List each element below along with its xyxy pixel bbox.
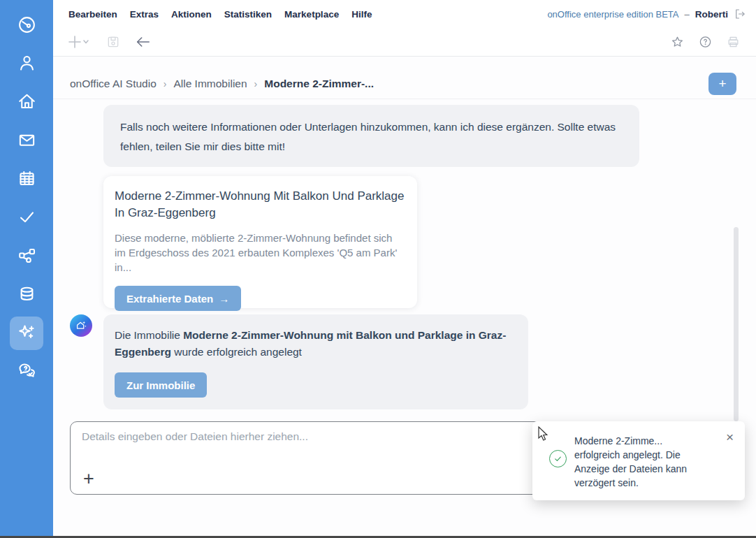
toast-message: Moderne 2-Zimme... erfolgreich angelegt.… (574, 434, 721, 490)
success-check-icon (549, 450, 567, 467)
chevron-down-icon (84, 41, 88, 43)
star-icon (671, 36, 684, 49)
save-floppy-icon (106, 35, 120, 49)
sidebar-item-properties[interactable] (10, 86, 43, 119)
sidebar-item-email[interactable] (10, 124, 43, 158)
breadcrumb-current: Moderne 2-Zimmer-... (264, 78, 374, 90)
help-button[interactable] (699, 36, 712, 49)
menu-marketplace[interactable]: Marketplace (284, 9, 339, 20)
assistant-message-text: Die Immobilie Moderne 2-Zimmer-Wohnung m… (115, 327, 517, 361)
arrow-right-icon: → (219, 293, 229, 305)
sidebar-item-tasks[interactable] (10, 201, 43, 235)
breadcrumb: onOffice AI Studio › Alle Immobilien › M… (70, 70, 374, 98)
gauge-logo-icon (17, 15, 37, 38)
plus-icon (68, 34, 91, 50)
ai-house-sparkle-icon (74, 319, 88, 333)
contacts-icon (17, 53, 37, 76)
message-suffix: wurde erfolgreich angelegt (171, 346, 302, 358)
edition-label: onOffice enterprise edition BETA (547, 9, 678, 20)
breadcrumb-alle-immobilien[interactable]: Alle Immobilien (173, 78, 247, 90)
database-icon (17, 284, 37, 307)
sidebar-item-process[interactable] (10, 240, 43, 273)
property-card-title: Moderne 2-Zimmer-Wohnung Mit Balkon Und … (115, 188, 406, 221)
sidebar-item-ai-studio[interactable] (10, 317, 43, 350)
message-prefix: Die Immobilie (115, 329, 183, 341)
new-record-button[interactable] (68, 34, 91, 50)
print-button[interactable] (727, 36, 740, 49)
menu-statistiken[interactable]: Statistiken (224, 9, 272, 20)
toolbar (53, 28, 756, 57)
sidebar-item-support[interactable] (10, 355, 43, 388)
sidebar-item-calendar[interactable] (10, 163, 43, 196)
properties-home-icon (17, 92, 37, 115)
go-to-property-label: Zur Immobilie (126, 379, 195, 391)
logout-icon (734, 8, 746, 20)
details-input[interactable] (82, 430, 585, 461)
support-chat-icon (17, 361, 37, 384)
help-circle-icon (699, 36, 712, 49)
menu-bearbeiten[interactable]: Bearbeiten (68, 9, 117, 20)
assistant-message: Falls noch weitere Informationen oder Un… (103, 105, 639, 167)
sidebar-item-dashboard[interactable] (10, 9, 43, 43)
attach-file-button[interactable]: + (83, 470, 94, 487)
back-button[interactable] (136, 36, 151, 48)
ai-sparkles-icon (17, 322, 37, 345)
go-to-property-button[interactable]: Zur Immobilie (115, 372, 207, 398)
extracted-data-button[interactable]: Extrahierte Daten → (115, 286, 241, 311)
toast-line: Moderne 2-Zimme... (574, 434, 721, 448)
email-icon (17, 130, 37, 153)
edition-separator: – (685, 9, 690, 20)
calendar-icon (17, 168, 37, 191)
success-toast: Moderne 2-Zimme... erfolgreich angelegt.… (532, 421, 745, 500)
assistant-message: Die Immobilie Moderne 2-Zimmer-Wohnung m… (103, 314, 528, 409)
assistant-message-text: Falls noch weitere Informationen oder Un… (120, 121, 616, 152)
breadcrumb-ai-studio[interactable]: onOffice AI Studio (70, 78, 157, 90)
menu-hilfe[interactable]: Hilfe (351, 9, 372, 20)
menu-extras[interactable]: Extras (130, 9, 159, 20)
app-window: Bearbeiten Extras Aktionen Statistiken M… (0, 0, 756, 538)
ai-assistant-avatar (70, 314, 92, 337)
edition-area: onOffice enterprise edition BETA – Rober… (547, 0, 746, 28)
process-network-icon (17, 245, 37, 268)
property-card-description: Diese moderne, möblierte 2-Zimmer-Wohnun… (115, 231, 406, 275)
toast-line: Anzeige der Dateien kann (574, 462, 721, 476)
chevron-right-icon: › (163, 78, 167, 89)
save-button[interactable] (106, 35, 120, 49)
extracted-data-label: Extrahierte Daten (126, 293, 213, 305)
logout-button[interactable] (734, 8, 746, 20)
favorites-button[interactable] (671, 36, 684, 49)
content-divider (53, 99, 756, 99)
toast-close-button[interactable]: × (726, 430, 734, 445)
printer-icon (727, 36, 740, 49)
tasks-check-icon (17, 207, 37, 230)
chat-scrollbar[interactable] (734, 227, 739, 421)
sidebar (0, 0, 53, 536)
toast-line: verzögert sein. (574, 476, 721, 490)
chevron-right-icon: › (254, 78, 258, 89)
property-card: Moderne 2-Zimmer-Wohnung Mit Balkon Und … (103, 176, 417, 308)
plus-icon: + (718, 76, 726, 92)
add-conversation-button[interactable]: + (708, 73, 736, 95)
arrow-left-icon (136, 36, 151, 48)
user-name[interactable]: Roberti (695, 9, 728, 20)
sidebar-item-contacts[interactable] (10, 48, 43, 81)
toast-line: erfolgreich angelegt. Die (574, 448, 721, 462)
menu-aktionen[interactable]: Aktionen (171, 9, 212, 20)
sidebar-item-data[interactable] (10, 278, 43, 312)
